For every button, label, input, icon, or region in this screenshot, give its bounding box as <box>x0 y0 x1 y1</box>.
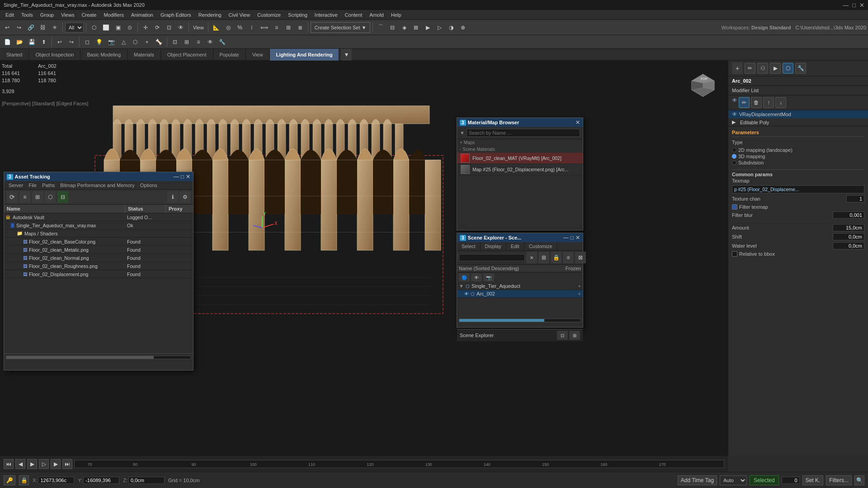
mat-browser-titlebar[interactable]: 3 Material/Map Browser ✕ <box>457 118 583 127</box>
se-tab-display[interactable]: Display <box>481 242 506 250</box>
particle-btn[interactable]: ⚬ <box>142 36 152 48</box>
panel-add-btn[interactable]: + <box>732 62 743 74</box>
se-row-single-tier[interactable]: ▼ ⬡ Single_Tier_Aqueduct + <box>457 282 583 290</box>
menu-create[interactable]: Create <box>78 11 100 19</box>
delete-mod-btn[interactable]: 🗑 <box>751 97 762 108</box>
filters-btn[interactable]: Filters... <box>826 475 852 485</box>
mat-search-input[interactable] <box>467 129 580 137</box>
at-row-main-file[interactable]: 3 Single_Tier_Aqueduct_max_vray.max Ok <box>4 221 193 230</box>
at-thumb-btn[interactable]: ⬡ <box>45 191 56 203</box>
filter-select[interactable]: All <box>65 23 84 33</box>
view-cube[interactable]: TOP <box>687 70 719 101</box>
se-tab-customize[interactable]: Customize <box>524 242 557 250</box>
mat-browser-close-btn[interactable]: ✕ <box>576 119 580 126</box>
minimize-btn[interactable]: — <box>843 2 849 9</box>
menu-content[interactable]: Content <box>341 11 366 19</box>
se-footer-btn2[interactable]: ⊞ <box>569 331 580 340</box>
schematic-btn[interactable]: ⊟ <box>387 22 398 33</box>
at-menu-file[interactable]: File <box>26 182 39 188</box>
se-lock-btn[interactable]: 🔒 <box>551 252 561 263</box>
light-btn[interactable]: 💡 <box>94 36 105 48</box>
timeline-ruler[interactable]: 70 80 90 100 110 120 130 140 150 160 170 <box>74 460 724 468</box>
at-detail-btn[interactable]: ⊟ <box>57 191 68 203</box>
tab-view[interactable]: View <box>246 49 270 61</box>
import-btn[interactable]: ⬆ <box>38 36 49 48</box>
filter-texmap-cb[interactable] <box>732 204 737 210</box>
group2-btn[interactable]: ⊞ <box>181 36 192 48</box>
tab-lighting-rendering[interactable]: Lighting And Rendering <box>270 49 340 61</box>
se-tab-edit[interactable]: Edit <box>506 242 524 250</box>
menu-interactive[interactable]: Interactive <box>311 11 341 19</box>
menu-help[interactable]: Help <box>387 11 405 19</box>
utility-btn[interactable]: 🔧 <box>217 36 228 48</box>
menu-customize[interactable]: Customize <box>254 11 284 19</box>
set-key-btn[interactable]: Set K. <box>802 475 824 485</box>
menu-edit[interactable]: Edit <box>2 11 18 19</box>
water-level-input[interactable] <box>833 242 864 249</box>
modifier-editable-poly[interactable]: ▶ Editable Poly <box>728 118 868 126</box>
at-menu-paths[interactable]: Paths <box>39 182 57 188</box>
radio-3d[interactable] <box>732 154 736 159</box>
menu-tools[interactable]: Tools <box>18 11 37 19</box>
auto-key-select[interactable]: Auto <box>720 475 747 485</box>
texmap-value[interactable]: p #25 (Floor_02_Displaceme... <box>732 185 864 193</box>
selected-display-btn[interactable]: Selected <box>750 475 779 485</box>
relative-bbox-cb[interactable] <box>732 251 737 257</box>
panel-hierarchy-btn[interactable]: ⚇ <box>757 63 768 74</box>
play-sel-btn[interactable]: ▷ <box>39 459 49 469</box>
layer2-btn[interactable]: ≡ <box>193 36 204 48</box>
select-circle-btn[interactable]: ⊙ <box>124 22 135 33</box>
at-settings-btn[interactable]: ⚙ <box>179 191 190 203</box>
redo2-btn[interactable]: ↪ <box>66 36 77 48</box>
menu-civil-view[interactable]: Civil View <box>225 11 254 19</box>
tab-basic-modeling[interactable]: Basic Modeling <box>80 49 127 61</box>
material-editor-btn[interactable]: ◈ <box>399 22 410 33</box>
render3-btn[interactable]: ⊕ <box>458 22 468 33</box>
curve-btn[interactable]: ⌒ <box>375 22 386 33</box>
tab-dropdown-btn[interactable]: ▼ <box>341 49 352 61</box>
se-tree-btn[interactable]: ⊠ <box>575 252 586 263</box>
menu-modifiers[interactable]: Modifiers <box>100 11 127 19</box>
tab-object-placement[interactable]: Object Placement <box>161 49 213 61</box>
at-row-metalic[interactable]: 🖼 Floor_02_clean_Metalic.png Found <box>4 246 193 254</box>
view-btn[interactable]: 👁 <box>175 22 186 33</box>
next-frame-btn[interactable]: ▶ <box>51 459 61 469</box>
radio-subdiv[interactable] <box>732 160 736 165</box>
link-btn[interactable]: 🔗 <box>25 22 37 33</box>
zoom-minus-btn[interactable]: 🔍 <box>854 475 864 485</box>
angle-snap-btn[interactable]: ◎ <box>223 22 234 33</box>
tab-started[interactable]: Started <box>0 49 29 61</box>
play-btn[interactable]: ▶ <box>27 459 37 469</box>
move-btn[interactable]: ✛ <box>140 22 151 33</box>
menu-group[interactable]: Group <box>37 11 58 19</box>
rotate-btn[interactable]: ⟳ <box>152 22 163 33</box>
at-row-vault[interactable]: 🏛 Autodesk Vault Logged O... <box>4 213 193 221</box>
percent-snap-btn[interactable]: % <box>235 22 245 33</box>
amount-input[interactable] <box>833 224 864 231</box>
helper-btn[interactable]: △ <box>118 36 129 48</box>
scale-btn[interactable]: ⊡ <box>164 22 175 33</box>
select-region-btn[interactable]: ⬜ <box>100 22 112 33</box>
mat-item-floor02-disp[interactable]: Map #25 (Floor_02_Displacement.png) [Arc… <box>457 164 583 175</box>
se-vis-btn[interactable]: 👁 <box>471 273 482 282</box>
go-end-btn[interactable]: ⏭ <box>62 459 72 469</box>
panel-utilities-btn[interactable]: 🔧 <box>795 63 806 74</box>
asset-tracking-titlebar[interactable]: 3 Asset Tracking — □ ✕ <box>4 172 193 181</box>
at-list-btn[interactable]: ≡ <box>19 191 30 203</box>
maps-section[interactable]: + Maps <box>457 139 583 146</box>
tab-object-inspection[interactable]: Object Inspection <box>29 49 80 61</box>
render2-btn[interactable]: ▷ <box>434 22 445 33</box>
at-menu-bitmap-perf[interactable]: Bitmap Performance and Memory <box>57 182 137 188</box>
move-up-btn[interactable]: ↑ <box>763 97 774 108</box>
panel-modify-btn[interactable]: ✏ <box>745 63 755 74</box>
se-row-arc002[interactable]: 👁 ⬡ Arc_002 + <box>457 290 583 298</box>
panel-motion-btn[interactable]: ▶ <box>770 63 781 74</box>
se-render-btn[interactable]: 📷 <box>483 273 494 282</box>
display2-btn[interactable]: 👁 <box>205 36 216 48</box>
open-btn[interactable]: 📂 <box>14 36 25 48</box>
se-filter-btn[interactable]: ⊞ <box>538 252 549 263</box>
panel-display-btn[interactable]: ⬡ <box>783 63 793 74</box>
scene-explorer-titlebar[interactable]: 3 Scene Explorer - Sce... — □ ✕ <box>457 233 583 242</box>
layer-btn[interactable]: ≣ <box>295 22 306 33</box>
space-btn[interactable]: ⬡ <box>130 36 141 48</box>
